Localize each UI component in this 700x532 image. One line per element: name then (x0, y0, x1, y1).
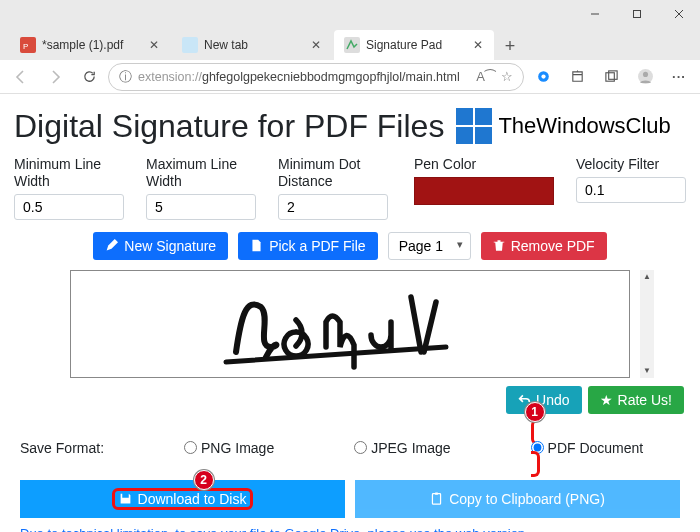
pen-color-swatch[interactable] (414, 177, 554, 205)
min-line-label: Minimum Line Width (14, 156, 124, 190)
brand-logo-icon (454, 106, 494, 146)
tab-signature-pad[interactable]: Signature Pad ✕ (334, 30, 494, 60)
reload-button[interactable] (74, 62, 104, 92)
svg-point-9 (541, 74, 545, 78)
svg-point-13 (642, 72, 647, 77)
svg-rect-1 (634, 11, 641, 18)
format-pdf-radio[interactable]: PDF Document (531, 440, 644, 456)
new-signature-button[interactable]: New Signature (93, 232, 228, 260)
svg-rect-11 (608, 71, 616, 79)
bookmark-icon[interactable]: ☆ (501, 69, 513, 84)
svg-rect-10 (605, 73, 613, 81)
page-title: Digital Signature for PDF Files (14, 108, 444, 145)
profile-icon[interactable] (630, 62, 660, 92)
pick-pdf-button[interactable]: Pick a PDF File (238, 232, 377, 260)
menu-button[interactable]: ··· (664, 62, 694, 92)
window-close-button[interactable] (658, 0, 700, 28)
svg-rect-16 (456, 127, 473, 144)
svg-text:P: P (23, 42, 28, 51)
new-tab-button[interactable]: + (496, 32, 524, 60)
annotation-callout-2: 2 (194, 470, 214, 490)
download-button[interactable]: Download to Disk 2 (20, 480, 345, 518)
trash-icon (493, 239, 505, 252)
canvas-scrollbar[interactable]: ▲ ▼ (640, 270, 654, 378)
scroll-up-icon[interactable]: ▲ (640, 270, 654, 284)
min-dot-label: Minimum Dot Distance (278, 156, 392, 190)
svg-rect-19 (435, 493, 438, 495)
format-jpeg-radio[interactable]: JPEG Image (354, 440, 450, 456)
pen-color-label: Pen Color (414, 156, 554, 173)
tab-strip: P *sample (1).pdf ✕ New tab ✕ Signature … (0, 28, 700, 60)
page-select[interactable]: Page 1 (388, 232, 471, 260)
svg-rect-6 (182, 37, 198, 53)
url-field[interactable]: ⓘ extension://ghfegolgpekecniebbodmgmgop… (108, 63, 524, 91)
newtab-icon (182, 37, 198, 53)
min-dot-input[interactable] (278, 194, 388, 220)
format-png-radio[interactable]: PNG Image (184, 440, 274, 456)
annotation-callout-1: 1 (525, 402, 545, 422)
forward-button[interactable] (40, 62, 70, 92)
clipboard-icon (430, 492, 443, 505)
collections-icon[interactable] (596, 62, 626, 92)
svg-rect-17 (475, 127, 492, 144)
scroll-down-icon[interactable]: ▼ (640, 364, 654, 378)
favorites-icon[interactable] (562, 62, 592, 92)
min-line-input[interactable] (14, 194, 124, 220)
close-icon[interactable]: ✕ (308, 37, 324, 53)
signature-canvas[interactable] (70, 270, 630, 378)
site-info-icon[interactable]: ⓘ (119, 68, 132, 86)
svg-rect-15 (475, 108, 492, 125)
page-content: Digital Signature for PDF Files TheWindo… (0, 94, 700, 532)
rate-button[interactable]: ★ Rate Us! (588, 386, 684, 414)
tab-pdf-sample[interactable]: P *sample (1).pdf ✕ (10, 30, 170, 60)
svg-rect-7 (344, 37, 360, 53)
svg-rect-14 (456, 108, 473, 125)
extension-icon (344, 37, 360, 53)
shopping-icon[interactable] (528, 62, 558, 92)
save-icon (119, 492, 132, 505)
brand: TheWindowsClub (454, 106, 670, 146)
velocity-filter-input[interactable] (576, 177, 686, 203)
edit-icon (105, 239, 118, 252)
max-line-input[interactable] (146, 194, 256, 220)
star-icon: ★ (600, 392, 613, 408)
address-bar: ⓘ extension://ghfegolgpekecniebbodmgmgop… (0, 60, 700, 94)
save-format-label: Save Format: (20, 440, 104, 456)
signature-drawing (221, 277, 481, 373)
max-line-label: Maximum Line Width (146, 156, 256, 190)
url-text: extension://ghfegolgpekecniebbodmgmgopfh… (138, 70, 470, 84)
pdf-icon: P (20, 37, 36, 53)
velocity-filter-label: Velocity Filter (576, 156, 686, 173)
file-icon (250, 239, 263, 252)
window-titlebar (0, 0, 700, 28)
back-button[interactable] (6, 62, 36, 92)
notice-text: Due to technical limitation, to save you… (14, 518, 686, 532)
close-icon[interactable]: ✕ (470, 37, 486, 53)
close-icon[interactable]: ✕ (146, 37, 162, 53)
read-aloud-icon[interactable]: A⁀ (476, 69, 495, 84)
remove-pdf-button[interactable]: Remove PDF (481, 232, 607, 260)
copy-clipboard-button[interactable]: Copy to Clipboard (PNG) (355, 480, 680, 518)
window-maximize-button[interactable] (616, 0, 658, 28)
tab-new[interactable]: New tab ✕ (172, 30, 332, 60)
svg-rect-18 (433, 494, 441, 505)
window-minimize-button[interactable] (574, 0, 616, 28)
